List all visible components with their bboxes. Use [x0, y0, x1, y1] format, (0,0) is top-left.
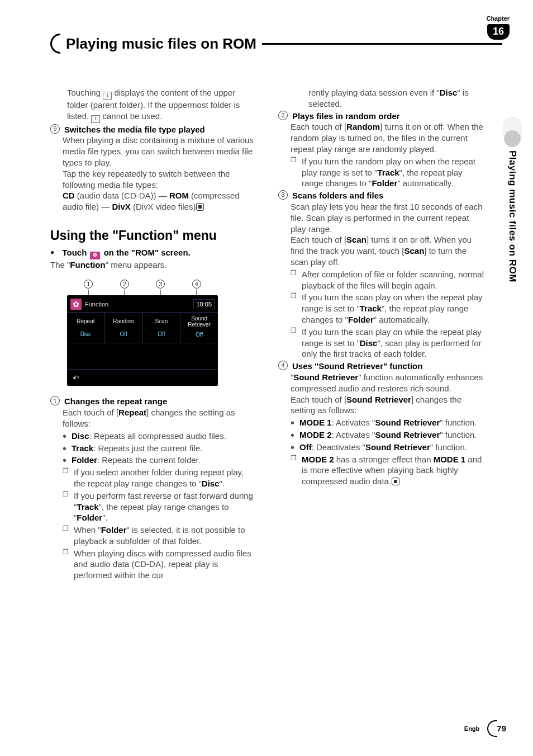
- item-1: 1 Changes the repeat range Each touch of…: [50, 396, 257, 581]
- item-4-p2: Each touch of [Sound Retriever] changes …: [291, 394, 485, 417]
- page-number: 79: [497, 723, 506, 734]
- circled-4: 4: [278, 361, 288, 370]
- item-3-p2: Each touch of [Scan] turns it on or off.…: [291, 234, 485, 267]
- side-tab-cap: [504, 130, 521, 147]
- item-2-notes: If you turn the random play on when the …: [291, 156, 485, 189]
- up-folder-icon: t: [91, 115, 100, 123]
- up-folder-icon: t: [103, 92, 112, 100]
- chapter-header: Chapter 16: [486, 15, 510, 40]
- circled-3: 3: [278, 190, 288, 200]
- title-rule: [262, 43, 502, 45]
- tab-repeat[interactable]: Repeat Disc: [67, 313, 105, 343]
- footer: Engb 79: [464, 720, 506, 737]
- title-cap: [50, 34, 60, 54]
- item-2-title: Plays files in random order: [292, 111, 400, 122]
- tab-random[interactable]: Random Off: [105, 313, 143, 343]
- item-3: 3 Scans folders and files Scan play lets…: [278, 190, 485, 360]
- footer-lang: Engb: [464, 725, 480, 733]
- item-4-title: Uses "Sound Retriever" function: [292, 361, 422, 372]
- continued-note: rently playing data session even if "Dis…: [308, 87, 485, 110]
- side-tab-text: Playing music files on ROM: [506, 150, 518, 282]
- item-4-bullets: MODE 1: Activates "Sound Retriever" func…: [291, 417, 485, 452]
- screenshot-title: Function: [85, 300, 108, 309]
- item-2-p1: Each touch of [Random] turns it on or of…: [291, 121, 485, 154]
- circled-1: 1: [50, 396, 60, 405]
- circled-9: 9: [50, 124, 60, 134]
- item-3-notes: After completion of file or folder scann…: [291, 269, 485, 360]
- gear-icon[interactable]: [70, 299, 82, 310]
- item-9: 9 Switches the media file type played Wh…: [50, 124, 257, 212]
- item-1-title: Changes the repeat range: [64, 396, 167, 407]
- instruction-result: The "Function" menu appears.: [50, 259, 257, 271]
- tab-sound-retriever[interactable]: Sound Retriever Off: [180, 313, 218, 343]
- item-9-p3: CD (audio data (CD-DA)) — ROM (compresse…: [63, 190, 257, 212]
- content-columns: Touching t displays the content of the u…: [50, 87, 502, 582]
- function-menu-screenshot: 1 2 3 4 Function 18:05 Repeat Disc: [67, 280, 218, 386]
- item-3-p1: Scan play lets you hear the first 10 sec…: [291, 201, 485, 234]
- right-column: rently playing data session even if "Dis…: [278, 87, 485, 582]
- side-tab: Playing music files on ROM: [503, 117, 522, 295]
- item-1-p1: Each touch of [Repeat] changes the setti…: [63, 407, 257, 429]
- item-1-notes: If you select another folder during repe…: [63, 467, 257, 581]
- function-key-icon: ⚙: [90, 252, 100, 259]
- item-9-p1: When playing a disc containing a mixture…: [63, 135, 257, 168]
- item-4: 4 Uses "Sound Retriever" function "Sound…: [278, 361, 485, 487]
- clock: 18:05: [193, 299, 215, 310]
- page-title: Playing music files on ROM: [66, 34, 256, 53]
- instruction-lead: Touch ⚙ on the "ROM" screen.: [50, 247, 257, 259]
- back-icon[interactable]: ↶: [73, 373, 79, 383]
- item-2: 2 Plays files in random order Each touch…: [278, 111, 485, 190]
- item-1-bullets: Disc: Repeats all compressed audio files…: [63, 431, 257, 466]
- section-end-icon: [196, 203, 204, 211]
- left-column: Touching t displays the content of the u…: [50, 87, 257, 582]
- callout-numbers: 1 2 3 4: [67, 280, 218, 290]
- chapter-label: Chapter: [486, 15, 510, 23]
- item-4-notes: MODE 2 has a stronger effect than MODE 1…: [291, 454, 485, 487]
- section-heading-function-menu: Using the "Function" menu: [50, 227, 257, 244]
- page-arc: [487, 720, 497, 737]
- item-9-title: Switches the media file type played: [64, 124, 205, 135]
- section-end-icon: [392, 478, 399, 485]
- circled-2: 2: [278, 111, 288, 120]
- item-9-p2: Tap the key repeatedly to switch between…: [63, 168, 257, 191]
- item-3-title: Scans folders and files: [292, 190, 383, 201]
- tab-scan[interactable]: Scan Off: [143, 313, 181, 343]
- function-tabs: Repeat Disc Random Off Scan Off Sound Re…: [67, 312, 218, 343]
- intro-text: Touching t displays the content of the u…: [67, 87, 257, 123]
- chapter-number-badge: 16: [487, 24, 510, 40]
- title-bar: Playing music files on ROM: [50, 34, 502, 54]
- footer-page: 79: [487, 720, 506, 737]
- screenshot-box: Function 18:05 Repeat Disc Random Off Sc…: [67, 295, 218, 386]
- item-4-p1: "Sound Retriever" function automatically…: [291, 372, 485, 394]
